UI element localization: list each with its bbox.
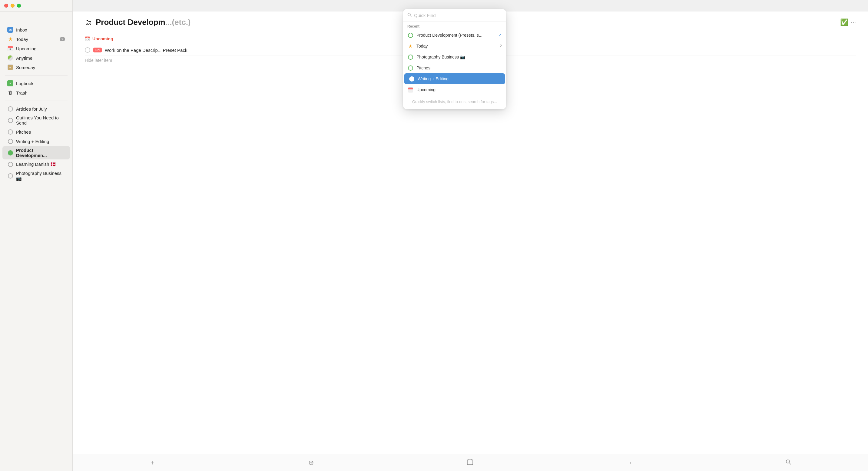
- qf-item-writing[interactable]: Writing + Editing: [404, 73, 505, 84]
- quick-find-input[interactable]: [414, 13, 502, 18]
- quick-find-hint: Quickly switch lists, find to-dos, searc…: [403, 95, 506, 109]
- qf-item-today[interactable]: ★ Today 2: [403, 40, 506, 52]
- qf-item-pitches-label: Pitches: [416, 65, 430, 70]
- qf-item-product-label: Product Development (Presets, e...: [416, 33, 483, 37]
- qf-item-today-label: Today: [416, 43, 428, 49]
- svg-line-7: [410, 16, 411, 17]
- quick-find-search-bar: [403, 9, 506, 22]
- qf-check-icon: ✓: [498, 33, 502, 37]
- qf-item-upcoming-icon: [407, 87, 413, 93]
- minimize-button[interactable]: [10, 4, 14, 7]
- qf-item-upcoming-label: Upcoming: [416, 87, 435, 92]
- qf-item-today-icon: ★: [407, 43, 413, 49]
- recent-section-label: Recent: [403, 22, 506, 30]
- qf-item-photography[interactable]: Photography Business 📷: [403, 52, 506, 62]
- maximize-button[interactable]: [17, 4, 21, 7]
- qf-item-writing-label: Writing + Editing: [417, 77, 448, 81]
- qf-item-product-icon: [407, 32, 413, 38]
- qf-item-photography-icon: [407, 54, 413, 60]
- qf-item-product-dev[interactable]: Product Development (Presets, e... ✓: [403, 30, 506, 40]
- qf-item-pitches[interactable]: Pitches: [403, 62, 506, 73]
- qf-item-writing-icon: [408, 76, 414, 82]
- close-button[interactable]: [4, 4, 8, 7]
- qf-today-badge: 2: [500, 44, 502, 48]
- qf-item-pitches-icon: [407, 65, 413, 71]
- search-icon: [407, 13, 411, 18]
- qf-item-upcoming[interactable]: Upcoming: [403, 84, 506, 95]
- qf-item-photography-label: Photography Business 📷: [416, 55, 465, 59]
- quick-find-modal: Recent Product Development (Presets, e..…: [403, 9, 506, 109]
